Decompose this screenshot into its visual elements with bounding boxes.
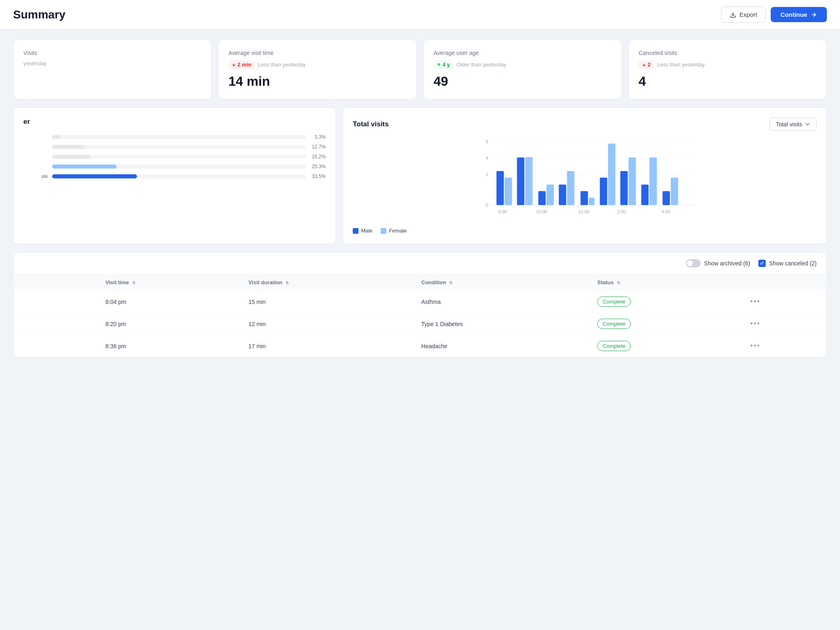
legend-male-dot bbox=[353, 228, 358, 234]
svg-text:4:00: 4:00 bbox=[662, 209, 670, 214]
svg-text:10:00: 10:00 bbox=[536, 209, 548, 214]
horiz-bar-pct-5: 33.5% bbox=[310, 173, 326, 179]
chart-header: Total visits Total visits bbox=[353, 118, 817, 131]
horiz-bar-fill-4 bbox=[52, 164, 116, 169]
total-visits-dropdown[interactable]: Total visits bbox=[769, 118, 817, 131]
table-toolbar: Show archived (6) Show canceled (2) bbox=[14, 253, 826, 274]
arrow-up-icon bbox=[437, 63, 441, 67]
arrow-right-icon bbox=[810, 11, 817, 18]
stat-avg-visit-time-title: Average visit time bbox=[228, 50, 406, 56]
bar-1-female bbox=[608, 144, 616, 205]
svg-text:4: 4 bbox=[486, 155, 488, 160]
th-visit-duration[interactable]: Visit duration ⇅ bbox=[239, 274, 411, 291]
table-header-row: Visit time ⇅ Visit duration ⇅ Condition … bbox=[14, 274, 826, 291]
export-button[interactable]: Export bbox=[721, 7, 766, 23]
main-content: Visits yesterday Average visit time 2 mi… bbox=[0, 30, 840, 368]
svg-text:0: 0 bbox=[486, 203, 488, 208]
left-chart-title: er bbox=[23, 118, 326, 126]
td-actions-3: ••• bbox=[740, 335, 826, 357]
row-menu-button-1[interactable]: ••• bbox=[750, 297, 760, 306]
legend-female-label: Female bbox=[389, 228, 406, 234]
td-visit-duration-2: 12 min bbox=[239, 313, 411, 335]
bar-4-female bbox=[671, 178, 678, 205]
continue-label: Continue bbox=[781, 11, 807, 18]
show-canceled-toggle-wrap: Show canceled (2) bbox=[758, 260, 817, 267]
bar-2-female bbox=[629, 158, 636, 205]
total-visits-chart-card: Total visits Total visits bbox=[342, 107, 827, 244]
stat-canceled-visits-badge: 2 bbox=[639, 60, 654, 69]
horiz-bar-track-4 bbox=[52, 164, 306, 169]
header-actions: Export Continue bbox=[721, 7, 827, 23]
horiz-bar-track-5 bbox=[52, 174, 306, 178]
stat-avg-visit-time-value: 14 min bbox=[228, 74, 406, 89]
left-chart-card: er 3.3% 12.7% bbox=[13, 107, 336, 244]
arrow-down-canceled-icon bbox=[642, 63, 646, 67]
sort-icon-visit-time: ⇅ bbox=[132, 281, 135, 285]
stat-avg-visit-time-sub: Less than yesterday bbox=[258, 62, 306, 68]
td-name-2 bbox=[14, 313, 96, 335]
th-condition[interactable]: Condition ⇅ bbox=[411, 274, 587, 291]
horiz-bar-row-1: 3.3% bbox=[23, 134, 326, 140]
stats-row: Visits yesterday Average visit time 2 mi… bbox=[13, 39, 827, 99]
horiz-bar-label-5: ale bbox=[23, 173, 48, 179]
th-actions bbox=[740, 274, 826, 291]
stat-sub-partial: yesterday bbox=[23, 60, 46, 66]
show-canceled-label: Show canceled (2) bbox=[769, 260, 817, 267]
stat-canceled-visits-badge-row: 2 Less than yesterday bbox=[639, 60, 817, 69]
td-visit-time-1: 8:04 pm bbox=[96, 291, 239, 313]
row-menu-button-2[interactable]: ••• bbox=[750, 320, 760, 328]
bar-10-male bbox=[539, 191, 546, 205]
td-actions-1: ••• bbox=[740, 291, 826, 313]
td-visit-time-3: 8:36 pm bbox=[96, 335, 239, 357]
horiz-bar-row-4: 25.3% bbox=[23, 164, 326, 169]
bar-12-female bbox=[589, 198, 595, 205]
horiz-bar-fill-1 bbox=[52, 135, 60, 139]
status-badge-3: Complete bbox=[597, 341, 631, 351]
badge-value-age: 4 y bbox=[443, 62, 450, 68]
sort-icon-visit-duration: ⇅ bbox=[285, 281, 289, 285]
bar-chart-area: 6 4 2 0 bbox=[353, 137, 817, 219]
table-head: Visit time ⇅ Visit duration ⇅ Condition … bbox=[14, 274, 826, 291]
horiz-bar-pct-4: 25.3% bbox=[310, 164, 326, 169]
row-menu-button-3[interactable]: ••• bbox=[750, 342, 760, 350]
show-archived-toggle-wrap: Show archived (6) bbox=[686, 259, 750, 267]
bar-9-female bbox=[525, 157, 533, 205]
show-archived-label: Show archived (6) bbox=[704, 260, 750, 267]
bar-11-male bbox=[559, 185, 566, 205]
arrow-down-icon bbox=[232, 63, 236, 67]
bar-10-female bbox=[547, 185, 554, 205]
show-archived-toggle[interactable] bbox=[686, 259, 701, 267]
bar-1-male bbox=[600, 178, 607, 205]
stat-card-partial: Visits yesterday bbox=[13, 39, 212, 99]
table-card: Show archived (6) Show canceled (2) Visi… bbox=[13, 252, 827, 358]
horiz-bar-fill-2 bbox=[52, 145, 84, 149]
stat-card-avg-user-age: Average user age 4 y Older than yesterda… bbox=[423, 39, 622, 99]
show-canceled-checkbox[interactable] bbox=[758, 260, 766, 267]
legend-male: Male bbox=[353, 228, 372, 234]
td-status-1: Complete bbox=[587, 291, 740, 313]
th-name bbox=[14, 274, 96, 291]
status-badge-1: Complete bbox=[597, 297, 631, 307]
bar-9-male bbox=[517, 158, 525, 205]
svg-text:6: 6 bbox=[486, 139, 488, 144]
th-status[interactable]: Status ⇅ bbox=[587, 274, 740, 291]
sort-icon-condition: ⇅ bbox=[449, 281, 452, 285]
horiz-bar-fill-5 bbox=[52, 174, 137, 178]
sort-icon-status: ⇅ bbox=[617, 281, 620, 285]
badge-value: 2 min bbox=[237, 62, 251, 68]
continue-button[interactable]: Continue bbox=[771, 7, 827, 22]
stat-avg-user-age-value: 49 bbox=[434, 74, 612, 89]
td-condition-3: Headache bbox=[411, 335, 587, 357]
bar-8-male bbox=[497, 171, 504, 205]
table-row: 8:20 pm 12 min Type 1 Diabetes Complete … bbox=[14, 313, 826, 335]
svg-text:2: 2 bbox=[486, 172, 488, 177]
table-body: 8:04 pm 15 min Asthma Complete ••• 8:20 … bbox=[14, 291, 826, 357]
stat-avg-user-age-badge: 4 y bbox=[434, 60, 453, 69]
th-visit-time[interactable]: Visit time ⇅ bbox=[96, 274, 239, 291]
svg-text:2:00: 2:00 bbox=[617, 209, 626, 214]
horiz-bar-row-5: ale 33.5% bbox=[23, 173, 326, 179]
bar-4-male bbox=[663, 191, 670, 205]
stat-avg-user-age-sub: Older than yesterday bbox=[457, 62, 506, 68]
chart-legend: Male Female bbox=[353, 224, 817, 234]
svg-text:8:00: 8:00 bbox=[498, 209, 507, 214]
